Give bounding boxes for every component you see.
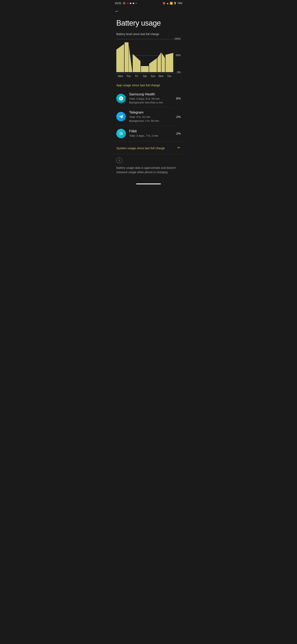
battery-percent: 74% bbox=[177, 2, 182, 5]
mail-icon: M bbox=[127, 2, 129, 4]
chart-x-axis: Wed Thu Fri Sat Sun Mon Tue bbox=[116, 73, 181, 78]
bar-fri bbox=[133, 54, 140, 72]
app-icon-samsung-health bbox=[116, 94, 126, 103]
svg-point-3 bbox=[122, 132, 122, 133]
status-left: 10:51 📵 M ▶ ▶ ● bbox=[115, 2, 137, 5]
app-stat2-telegram: Background: 2 hr, 59 min bbox=[129, 119, 173, 123]
system-usage-section[interactable]: System usage since last full charge bbox=[111, 142, 186, 154]
svg-point-5 bbox=[121, 133, 121, 134]
battery-icon: 🔋 bbox=[174, 2, 177, 4]
app-stat1-telegram: Total: 3 hr, 32 min bbox=[129, 115, 173, 119]
home-indicator bbox=[136, 184, 161, 184]
bar-wed bbox=[116, 44, 124, 72]
dot-icon: ● bbox=[136, 2, 137, 4]
app-stat2-samsung-health: Background: less than a min bbox=[129, 101, 173, 104]
page-title: Battery usage bbox=[111, 16, 186, 29]
status-right: 🔕 ▲ 📶 🔋 74% bbox=[163, 2, 182, 5]
svg-point-9 bbox=[122, 134, 122, 135]
app-percentage-fitbit: 2% bbox=[176, 132, 181, 135]
svg-point-8 bbox=[121, 134, 121, 135]
bottom-bar bbox=[111, 181, 186, 186]
youtube-icon: ▶ bbox=[130, 2, 132, 4]
app-percentage-samsung-health: 8% bbox=[176, 96, 181, 100]
svg-point-6 bbox=[122, 133, 122, 134]
back-arrow-icon: ← bbox=[115, 8, 119, 14]
info-section: i Battery usage data is approximate and … bbox=[111, 154, 186, 181]
bar-thu bbox=[125, 42, 132, 72]
chart-subtitle: Battery level since last full charge bbox=[116, 32, 181, 36]
x-label-sat: Sat bbox=[141, 75, 149, 78]
x-label-fri: Fri bbox=[133, 75, 141, 78]
x-label-tue: Tue bbox=[165, 75, 173, 78]
signal-icon: 📶 bbox=[170, 2, 173, 5]
svg-point-2 bbox=[121, 132, 121, 133]
x-label-mon: Mon bbox=[157, 75, 165, 78]
back-button[interactable]: ← bbox=[111, 6, 186, 16]
phone-icon: 📵 bbox=[123, 2, 126, 4]
status-bar: 10:51 📵 M ▶ ▶ ● 🔕 ▲ 📶 🔋 74% bbox=[111, 0, 186, 6]
app-name-telegram: Telegram bbox=[129, 110, 173, 114]
wifi-icon: ▲ bbox=[166, 2, 169, 5]
bar-mon bbox=[157, 52, 165, 72]
app-details-samsung-health: Samsung Health Total: 3 days, 6 hr, 59 m… bbox=[129, 92, 173, 104]
mute-icon: 🔕 bbox=[163, 2, 166, 5]
chart-label-100: 100% bbox=[174, 37, 181, 40]
youtube2-icon: ▶ bbox=[133, 2, 134, 4]
svg-point-0 bbox=[120, 97, 121, 98]
chart-label-0: 0% bbox=[177, 71, 181, 74]
info-text: Battery usage data is approximate and do… bbox=[116, 166, 181, 174]
app-stat1-fitbit: Total: 3 days, 7 hr, 2 min bbox=[129, 134, 173, 138]
app-name-samsung-health: Samsung Health bbox=[129, 92, 173, 96]
system-usage-label: System usage since last full charge bbox=[116, 146, 165, 150]
x-label-sun: Sun bbox=[149, 75, 157, 78]
app-percentage-telegram: 2% bbox=[176, 115, 181, 118]
bar-tue bbox=[165, 53, 173, 72]
app-name-fitbit: Fitbit bbox=[129, 129, 173, 133]
app-item-samsung-health[interactable]: Samsung Health Total: 3 days, 6 hr, 59 m… bbox=[116, 90, 181, 108]
chart-label-50: 50% bbox=[176, 54, 181, 57]
battery-chart: 100% 50% 0% bbox=[116, 39, 181, 78]
app-usage-section-title: App usage since last full charge bbox=[111, 79, 186, 90]
status-time: 10:51 bbox=[115, 2, 121, 5]
app-details-fitbit: Fitbit Total: 3 days, 7 hr, 2 min bbox=[129, 129, 173, 138]
svg-point-1 bbox=[120, 132, 120, 133]
svg-point-7 bbox=[120, 134, 120, 135]
x-label-thu: Thu bbox=[124, 75, 132, 78]
x-label-wed: Wed bbox=[116, 75, 124, 78]
app-list: Samsung Health Total: 3 days, 6 hr, 59 m… bbox=[111, 90, 186, 141]
info-icon: i bbox=[116, 158, 122, 163]
bar-sat bbox=[141, 66, 149, 72]
bar-sun bbox=[149, 58, 157, 72]
chevron-down-icon bbox=[177, 146, 181, 151]
svg-point-4 bbox=[120, 133, 120, 134]
app-stat1-samsung-health: Total: 3 days, 6 hr, 59 min bbox=[129, 97, 173, 101]
app-item-fitbit[interactable]: Fitbit Total: 3 days, 7 hr, 2 min 2% bbox=[116, 126, 181, 141]
app-item-telegram[interactable]: Telegram Total: 3 hr, 32 min Background:… bbox=[116, 108, 181, 126]
app-details-telegram: Telegram Total: 3 hr, 32 min Background:… bbox=[129, 110, 173, 122]
chart-section: Battery level since last full charge 100… bbox=[111, 29, 186, 79]
app-icon-fitbit bbox=[116, 129, 126, 138]
app-icon-telegram bbox=[116, 112, 126, 121]
